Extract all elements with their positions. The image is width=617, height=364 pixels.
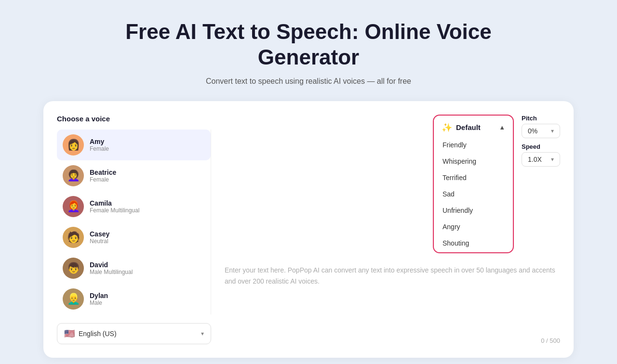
voice-name-amy: Amy	[90, 138, 109, 145]
speed-label: Speed	[522, 143, 540, 150]
speed-value: 1.0X	[528, 156, 547, 163]
left-panel: Choose a voice 👩AmyFemale👩‍🦱BeatriceFema…	[57, 115, 211, 344]
avatar-casey: 🧑	[63, 227, 84, 248]
voice-item-david[interactable]: 👦DavidMale Multilingual	[57, 253, 211, 284]
language-label: English (US)	[79, 330, 197, 338]
voice-info-casey: CaseyNeutral	[90, 230, 109, 245]
pitch-select[interactable]: 0% ▾	[522, 124, 560, 138]
speed-select[interactable]: 1.0X ▾	[522, 152, 560, 167]
voice-name-camila: Camila	[90, 199, 139, 207]
avatar-dylan: 👱‍♂️	[63, 288, 84, 310]
char-counter: 0 / 500	[541, 337, 560, 344]
voice-type-amy: Female	[90, 145, 109, 152]
style-menu-item-sad[interactable]: Sad	[435, 186, 512, 202]
voice-info-camila: CamilaFemale Multilingual	[90, 199, 139, 214]
language-chevron-icon: ▾	[201, 330, 204, 337]
style-menu-item-angry[interactable]: Angry	[435, 219, 512, 235]
pitch-speed-controls: Pitch 0% ▾ Speed 1.0X ▾	[522, 115, 560, 167]
voice-item-beatrice[interactable]: 👩‍🦱BeatriceFemale	[57, 160, 211, 191]
style-dropdown-menu: FriendlyWhisperingTerrifiedSadUnfriendly…	[435, 137, 512, 251]
text-placeholder: Enter your text here. PopPop AI can conv…	[225, 265, 560, 288]
style-chevron-icon: ▲	[499, 124, 505, 131]
style-dropdown-trigger[interactable]: ✨ Default ▲	[435, 118, 512, 137]
style-menu-item-shouting[interactable]: Shouting	[435, 235, 512, 251]
page-title: Free AI Text to Speech: Online Voice Gen…	[92, 19, 525, 70]
voice-item-amy[interactable]: 👩AmyFemale	[57, 130, 211, 160]
voice-type-beatrice: Female	[90, 176, 116, 183]
voice-item-dylan[interactable]: 👱‍♂️DylanMale	[57, 284, 211, 314]
voice-name-beatrice: Beatrice	[90, 169, 116, 176]
right-panel: ✨ Default ▲ FriendlyWhisperingTerrifiedS…	[211, 115, 560, 344]
voice-type-david: Male Multilingual	[90, 269, 133, 275]
voice-info-david: DavidMale Multilingual	[90, 261, 133, 275]
voice-info-beatrice: BeatriceFemale	[90, 169, 116, 183]
voice-name-dylan: Dylan	[90, 292, 108, 299]
avatar-amy: 👩	[63, 134, 84, 156]
voice-type-camila: Female Multilingual	[90, 207, 139, 214]
style-dropdown-wrapper: ✨ Default ▲ FriendlyWhisperingTerrifiedS…	[433, 115, 514, 253]
choose-voice-label: Choose a voice	[57, 115, 211, 123]
main-card: Choose a voice 👩AmyFemale👩‍🦱BeatriceFema…	[43, 101, 574, 358]
style-emoji: ✨	[442, 122, 452, 133]
voice-list: 👩AmyFemale👩‍🦱BeatriceFemale👩‍🦰CamilaFema…	[57, 130, 211, 314]
language-flag: 🇺🇸	[64, 328, 75, 339]
pitch-chevron-icon: ▾	[551, 128, 554, 134]
style-label: Default	[456, 123, 495, 131]
style-menu-item-friendly[interactable]: Friendly	[435, 137, 512, 153]
voice-type-dylan: Male	[90, 299, 108, 306]
voice-info-amy: AmyFemale	[90, 138, 109, 152]
voice-item-camila[interactable]: 👩‍🦰CamilaFemale Multilingual	[57, 191, 211, 222]
avatar-camila: 👩‍🦰	[63, 196, 84, 217]
style-menu-item-unfriendly[interactable]: Unfriendly	[435, 202, 512, 219]
text-area-wrapper: Enter your text here. PopPop AI can conv…	[225, 265, 560, 344]
avatar-beatrice: 👩‍🦱	[63, 165, 84, 186]
voice-info-dylan: DylanMale	[90, 292, 108, 306]
style-menu-item-terrified[interactable]: Terrified	[435, 169, 512, 186]
voice-item-casey[interactable]: 🧑CaseyNeutral	[57, 222, 211, 253]
page-subtitle: Convert text to speech using realistic A…	[206, 77, 411, 86]
style-menu-item-whispering[interactable]: Whispering	[435, 153, 512, 169]
language-selector[interactable]: 🇺🇸 English (US) ▾	[57, 323, 211, 344]
voice-type-casey: Neutral	[90, 238, 109, 245]
pitch-control-group: Pitch 0% ▾	[522, 115, 560, 138]
pitch-value: 0%	[528, 127, 547, 135]
speed-chevron-icon: ▾	[551, 156, 554, 163]
controls-row: ✨ Default ▲ FriendlyWhisperingTerrifiedS…	[225, 115, 560, 253]
avatar-david: 👦	[63, 258, 84, 279]
voice-name-casey: Casey	[90, 230, 109, 238]
voice-name-david: David	[90, 261, 133, 269]
pitch-label: Pitch	[522, 115, 537, 122]
speed-control-group: Speed 1.0X ▾	[522, 143, 560, 167]
